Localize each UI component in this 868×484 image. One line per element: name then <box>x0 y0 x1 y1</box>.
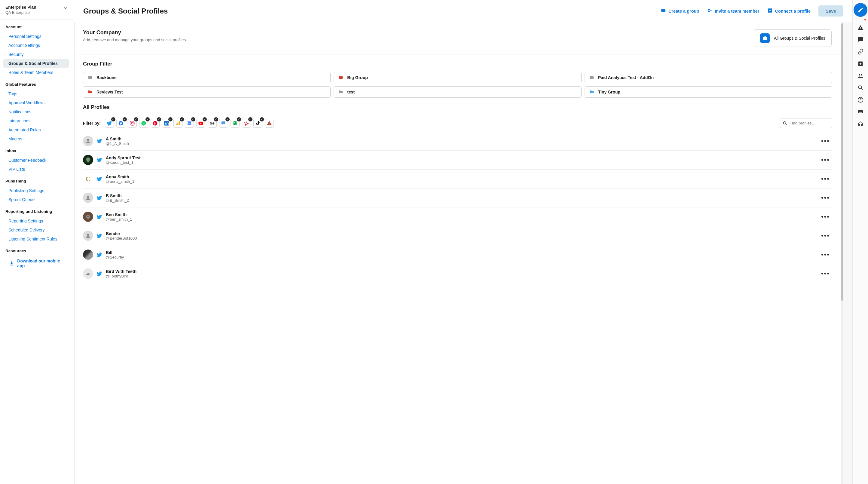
org-switcher[interactable]: Enterprise Plan QA Enterprise <box>0 0 74 20</box>
profile-row[interactable]: CAnna Smith@anna_smith_1••• <box>83 170 832 188</box>
group-grid: BackboneBig GroupPaid Analytics Test - A… <box>74 72 841 98</box>
sidebar-item-integrations[interactable]: Integrations <box>3 117 69 125</box>
platform-filter-facebook[interactable]: ✓ <box>116 119 125 128</box>
more-button[interactable]: ••• <box>819 249 832 260</box>
sidebar-item-customer-feedback[interactable]: Customer Feedback <box>3 156 69 164</box>
profile-name: B Smith <box>106 193 129 198</box>
sidebar-scroll[interactable]: AccountPersonal SettingsAccount Settings… <box>0 20 74 484</box>
platform-filter-youtube[interactable]: ✓ <box>196 119 205 128</box>
more-button[interactable]: ••• <box>819 231 832 241</box>
profile-row[interactable]: Ben Smith@ben_smith_1••• <box>83 207 832 226</box>
profile-row[interactable]: Bill@Securtiy••• <box>83 245 832 264</box>
platform-filter-google-business[interactable]: ✓ <box>185 119 194 128</box>
sidebar-item-notifications[interactable]: Notifications <box>3 108 69 116</box>
sidebar-item-automated-rules[interactable]: Automated Rules <box>3 126 69 134</box>
download-app-link[interactable]: Download our mobile app <box>17 259 67 268</box>
profile-handle: @ToothyBird <box>106 274 136 278</box>
platform-filter-glassdoor[interactable]: ✓ <box>230 119 240 128</box>
sidebar-item-scheduled-delivery[interactable]: Scheduled Delivery <box>3 226 69 234</box>
chat-icon[interactable] <box>858 37 864 43</box>
platform-filter-tripadvisor[interactable]: ✓ <box>208 119 217 128</box>
connect-profile-button[interactable]: Connect a profile <box>767 8 811 14</box>
group-paid-analytics-test-addon[interactable]: Paid Analytics Test - AddOn <box>585 72 832 83</box>
group-tiny-group[interactable]: Tiny Group <box>585 86 832 98</box>
group-test[interactable]: test <box>334 86 581 98</box>
scrollbar-track[interactable] <box>841 22 843 484</box>
platform-filter-reviews[interactable]: ✓ <box>219 119 228 128</box>
twitter-icon <box>107 121 112 126</box>
create-group-button[interactable]: Create a group <box>661 8 699 14</box>
all-groups-box[interactable]: All Groups & Social Profiles <box>754 29 832 47</box>
svg-rect-32 <box>860 111 860 112</box>
top-actions: Create a group Invite a team member Conn… <box>661 5 843 17</box>
sidebar-item-listening-sentiment-rules[interactable]: Listening Sentiment Rules <box>3 235 69 243</box>
more-button[interactable]: ••• <box>819 136 832 146</box>
more-button[interactable]: ••• <box>819 268 832 279</box>
keyboard-icon[interactable] <box>858 109 864 115</box>
group-label: test <box>347 90 355 94</box>
alert-icon[interactable] <box>858 25 864 31</box>
profile-name: Bill <box>106 250 124 255</box>
profile-row[interactable]: B Smith@B_Smith_2••• <box>83 188 832 207</box>
sidebar-item-vip-lists[interactable]: VIP Lists <box>3 165 69 174</box>
group-reviews-test[interactable]: Reviews Test <box>83 86 331 98</box>
group-backbone[interactable]: Backbone <box>83 72 331 83</box>
find-profiles-input[interactable] <box>780 118 832 128</box>
profile-row[interactable]: Andy Sprout Test@sprout_test_1••• <box>83 151 832 170</box>
platform-filter-yelp[interactable]: ✓ <box>242 119 251 128</box>
headset-icon[interactable] <box>858 121 864 127</box>
chevron-down-icon <box>63 5 68 12</box>
svg-point-4 <box>133 122 134 122</box>
tripadvisor-icon <box>210 121 215 126</box>
platform-filter-twitter[interactable]: ✓ <box>105 119 114 128</box>
sidebar-item-security[interactable]: Security <box>3 50 69 59</box>
svg-point-3 <box>131 122 133 124</box>
check-icon: ✓ <box>134 117 138 121</box>
platform-filter-linkedin[interactable]: ✓ <box>162 119 171 128</box>
sidebar-item-personal-settings[interactable]: Personal Settings <box>3 32 69 40</box>
platform-filter-row: ✓✓✓✓✓✓✓✓✓✓✓✓✓✓ <box>105 119 274 128</box>
sidebar-item-groups-social-profiles[interactable]: Groups & Social Profiles <box>3 59 69 68</box>
scrollbar-thumb[interactable] <box>841 24 843 301</box>
profile-name: Anna Smith <box>106 174 134 179</box>
platform-filter-instagram[interactable]: ✓ <box>128 119 137 128</box>
search-icon-rail[interactable] <box>858 85 864 91</box>
sidebar-item-macros[interactable]: Macros <box>3 135 69 143</box>
whatsapp-icon <box>141 121 146 126</box>
compose-button[interactable] <box>854 3 867 17</box>
profile-row[interactable]: Bender@BenderBot1000••• <box>83 226 832 245</box>
tiktok-icon <box>255 121 260 126</box>
instagram-icon <box>129 121 135 126</box>
help-icon[interactable] <box>858 97 864 103</box>
group-label: Tiny Group <box>598 90 620 94</box>
sidebar-item-approval-workflows[interactable]: Approval Workflows <box>3 99 69 107</box>
svg-point-24 <box>87 234 89 236</box>
more-button[interactable]: ••• <box>819 212 832 222</box>
folder-icon <box>88 90 93 94</box>
add-icon[interactable] <box>858 61 864 67</box>
platform-filter-warning[interactable] <box>265 119 274 128</box>
profile-row[interactable]: Bird With Teeth@ToothyBird••• <box>83 264 832 283</box>
check-icon: ✓ <box>123 117 127 121</box>
platform-filter-google-analytics[interactable]: ✓ <box>174 119 182 128</box>
sidebar-item-account-settings[interactable]: Account Settings <box>3 41 69 50</box>
save-button[interactable]: Save <box>818 5 843 17</box>
company-heading: Your Company <box>83 29 187 36</box>
group-big-group[interactable]: Big Group <box>334 72 581 83</box>
sidebar-item-tags[interactable]: Tags <box>3 90 69 98</box>
more-button[interactable]: ••• <box>819 155 832 165</box>
more-button[interactable]: ••• <box>819 174 832 184</box>
platform-filter-whatsapp[interactable]: ✓ <box>139 119 148 128</box>
sidebar-item-reporting-settings[interactable]: Reporting Settings <box>3 217 69 225</box>
profile-name: Ben Smith <box>106 212 132 217</box>
group-icon[interactable] <box>858 73 864 79</box>
profile-row[interactable]: A Smith@1_A_Smith••• <box>83 132 832 151</box>
sidebar-item-publishing-settings[interactable]: Publishing Settings <box>3 186 69 195</box>
platform-filter-tiktok[interactable]: ✓ <box>253 119 262 128</box>
platform-filter-pinterest[interactable]: ✓ <box>151 119 160 128</box>
link-icon[interactable] <box>858 49 864 55</box>
sidebar-item-sprout-queue[interactable]: Sprout Queue <box>3 195 69 204</box>
sidebar-item-roles-team-members[interactable]: Roles & Team Members <box>3 68 69 77</box>
invite-team-button[interactable]: Invite a team member <box>707 8 759 14</box>
more-button[interactable]: ••• <box>819 193 832 203</box>
